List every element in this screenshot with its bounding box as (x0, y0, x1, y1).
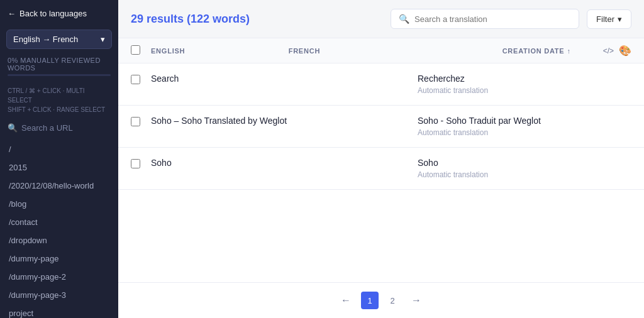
results-number: 29 (131, 13, 143, 25)
page-number-1[interactable]: 1 (361, 292, 379, 309)
filter-label: Filter (596, 14, 614, 24)
header-checkbox-cell (131, 45, 151, 57)
url-item[interactable]: /dummy-page-3 (0, 286, 118, 304)
header-french: FRENCH (289, 47, 502, 55)
header-actions: </> 🎨 (603, 45, 631, 57)
page-number-2[interactable]: 2 (384, 292, 401, 309)
url-item[interactable]: / (0, 140, 118, 158)
sidebar: ← Back to languages English → French ▾ 0… (0, 0, 118, 318)
translation-search-box[interactable]: 🔍 (391, 9, 579, 29)
search-url-icon: 🔍 (8, 123, 18, 133)
table-header-row: ENGLISH FRENCH CREATION DATE ↑ </> 🎨 (118, 38, 644, 63)
url-item[interactable]: /blog (0, 195, 118, 213)
header-english: ENGLISH (151, 47, 289, 55)
url-search-container: 🔍 Search a URL (0, 118, 118, 138)
back-to-languages-label: Back to languages (19, 9, 87, 18)
row-auto-translation-label: Automatic translation (418, 128, 631, 137)
prev-page-button[interactable]: ← (336, 292, 356, 309)
row-english-text: Search (151, 74, 418, 84)
sort-asc-icon[interactable]: ↑ (567, 47, 570, 55)
row-english-text: Soho (151, 158, 418, 168)
filter-button[interactable]: Filter ▾ (587, 9, 631, 29)
url-item[interactable]: project (0, 304, 118, 318)
row-french-cell: Soho Automatic translation (418, 158, 631, 179)
table-row: Soho Soho Automatic translation (118, 148, 644, 190)
select-all-checkbox[interactable] (131, 45, 140, 55)
row-checkbox[interactable] (131, 117, 140, 126)
progress-label: 0% MANUALLY REVIEWED WORDS (8, 57, 111, 72)
search-url-label[interactable]: Search a URL (21, 123, 73, 133)
results-text: results (122 words) (147, 13, 250, 25)
url-item[interactable]: /dropdown (0, 231, 118, 249)
filter-chevron-icon: ▾ (618, 14, 622, 24)
table-row: Soho – Soho Translated by Weglot Soho - … (118, 106, 644, 148)
row-french-cell: Soho - Soho Traduit par Weglot Automatic… (418, 116, 631, 137)
translation-search-input[interactable] (414, 14, 571, 24)
main-content: 29 results (122 words) 🔍 Filter ▾ ENGLIS… (118, 0, 644, 318)
progress-bar (8, 74, 111, 76)
code-icon[interactable]: </> (603, 47, 614, 55)
row-checkbox[interactable] (131, 75, 140, 84)
row-french-text: Soho (418, 158, 631, 168)
header-creation-date: CREATION DATE ↑ (502, 47, 603, 55)
row-french-text: Soho - Soho Traduit par Weglot (418, 116, 631, 126)
back-to-languages-button[interactable]: ← Back to languages (0, 0, 118, 27)
row-checkbox-cell (131, 158, 151, 170)
row-french-text: Recherchez (418, 74, 631, 84)
url-item[interactable]: /contact (0, 213, 118, 231)
row-checkbox[interactable] (131, 159, 140, 168)
search-icon: 🔍 (399, 14, 409, 24)
url-item[interactable]: 2015 (0, 158, 118, 177)
url-item[interactable]: /dummy-page-2 (0, 268, 118, 286)
language-selector[interactable]: English → French ▾ (6, 30, 112, 49)
translations-table: ENGLISH FRENCH CREATION DATE ↑ </> 🎨 Sea… (118, 38, 644, 282)
multi-select-hint: CTRL / ⌘ + CLICK · MULTI SELECT SHIFT + … (0, 82, 118, 118)
topbar: 29 results (122 words) 🔍 Filter ▾ (118, 0, 644, 38)
url-item[interactable]: /2020/12/08/hello-world (0, 177, 118, 195)
row-checkbox-cell (131, 116, 151, 128)
row-english-text: Soho – Soho Translated by Weglot (151, 116, 418, 126)
chevron-down-icon: ▾ (101, 35, 105, 44)
palette-icon[interactable]: 🎨 (619, 45, 631, 57)
row-auto-translation-label: Automatic translation (418, 86, 631, 95)
row-checkbox-cell (131, 74, 151, 86)
language-selector-label: English → French (13, 35, 78, 44)
url-item[interactable]: /dummy-page (0, 249, 118, 268)
row-french-cell: Recherchez Automatic translation (418, 74, 631, 95)
row-auto-translation-label: Automatic translation (418, 170, 631, 179)
pagination: ← 1 2 → (118, 282, 644, 318)
results-count: 29 results (122 words) (131, 13, 383, 26)
url-list: / 2015 /2020/12/08/hello-world /blog /co… (0, 138, 118, 318)
back-arrow-icon: ← (8, 9, 16, 18)
next-page-button[interactable]: → (406, 292, 426, 309)
progress-section: 0% MANUALLY REVIEWED WORDS (0, 57, 118, 82)
table-row: Search Recherchez Automatic translation (118, 63, 644, 106)
